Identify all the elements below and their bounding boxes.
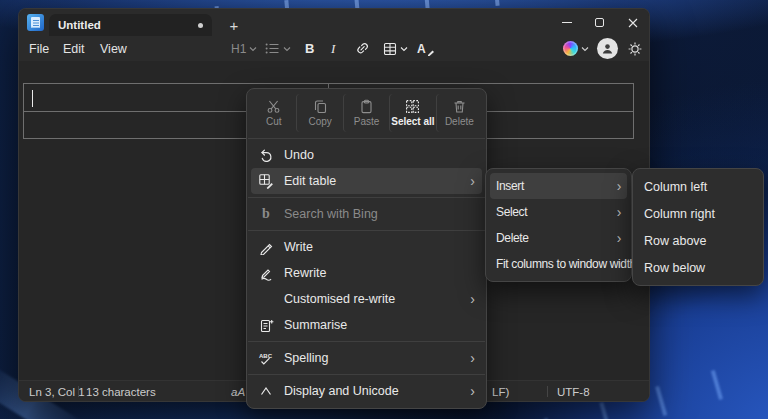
unsaved-changes-dot — [198, 23, 203, 28]
menu-separator — [248, 230, 485, 231]
submenu-item-row-above[interactable]: Row above — [637, 227, 759, 254]
text-cursor — [32, 90, 33, 107]
submenu-item-column-right[interactable]: Column right — [637, 200, 759, 227]
submenu-item-column-left[interactable]: Column left — [637, 173, 759, 200]
caret-icon — [259, 385, 273, 397]
cursor-position: Ln 3, Col 1 — [29, 384, 85, 399]
undo-icon — [259, 148, 274, 163]
line-ending-fragment: LF) — [492, 384, 509, 399]
pen-icon — [259, 240, 274, 255]
menu-file[interactable]: File — [23, 36, 55, 61]
rewrite-icon — [259, 266, 274, 281]
account-icon — [597, 38, 618, 59]
submenu-item-label: Column left — [644, 180, 707, 194]
submenu-item-label: Column right — [644, 207, 715, 221]
heading-style-button[interactable]: H1 — [231, 38, 257, 59]
menu-item-summarise[interactable]: Summarise — [251, 312, 482, 338]
copy-button[interactable]: Copy — [296, 94, 342, 132]
bing-icon: b — [258, 206, 274, 222]
menu-item-customised-rewrite[interactable]: Customised re-write › — [251, 286, 482, 312]
gear-icon — [627, 41, 643, 57]
delete-button[interactable]: Delete — [436, 94, 482, 132]
submenu-item-select[interactable]: Select › — [490, 199, 627, 225]
list-icon — [265, 42, 280, 55]
spelling-icon: ABC — [258, 351, 274, 366]
select-all-label: Select all — [391, 116, 434, 127]
chevron-down-icon — [400, 46, 408, 52]
menu-item-spelling[interactable]: ABC Spelling › — [251, 345, 482, 371]
maximize-button[interactable] — [583, 9, 616, 36]
submenu-item-fit-columns[interactable]: Fit columns to window width — [490, 251, 627, 277]
menu-view[interactable]: View — [94, 36, 133, 61]
menu-item-label: Display and Unicode — [284, 384, 399, 398]
submenu-chevron-icon: › — [462, 292, 475, 306]
menu-separator — [248, 341, 485, 342]
chevron-down-icon — [283, 46, 291, 52]
italic-button[interactable]: I — [331, 38, 335, 59]
menu-item-display-and-unicode[interactable]: Display and Unicode › — [251, 378, 482, 404]
bold-button[interactable]: B — [305, 38, 314, 59]
menu-item-rewrite[interactable]: Rewrite — [251, 260, 482, 286]
notepad-app-icon — [27, 14, 44, 31]
menu-item-label: Undo — [284, 148, 314, 162]
menu-toolbar-row: File Edit View H1 B I A — [19, 36, 649, 61]
link-button[interactable] — [354, 38, 371, 59]
copilot-button[interactable] — [563, 38, 589, 59]
new-tab-button[interactable]: + — [222, 14, 246, 36]
bold-label: B — [305, 41, 314, 56]
minimize-button[interactable] — [550, 9, 583, 36]
menu-item-label: Spelling — [284, 351, 328, 365]
menu-item-undo[interactable]: Undo — [251, 142, 482, 168]
select-all-icon — [405, 99, 420, 114]
letter-a-pencil-button[interactable]: A — [417, 38, 435, 59]
chevron-down-icon — [249, 46, 257, 52]
account-button[interactable] — [597, 38, 618, 59]
submenu-item-label: Row above — [644, 234, 707, 248]
menu-item-search-with-bing[interactable]: b Search with Bing — [251, 201, 482, 227]
heading-label: H1 — [231, 42, 246, 56]
submenu-chevron-icon: › — [609, 205, 621, 219]
cut-button[interactable]: Cut — [251, 94, 296, 132]
submenu-chevron-icon: › — [462, 174, 475, 188]
paste-icon — [359, 99, 374, 114]
menu-item-label: Rewrite — [284, 266, 326, 280]
letter-a-label: A — [417, 42, 426, 56]
submenu-chevron-icon: › — [462, 351, 475, 365]
table-icon — [383, 42, 397, 56]
submenu-chevron-icon: › — [462, 384, 475, 398]
menu-item-label: Edit table — [284, 174, 336, 188]
tab-untitled[interactable]: Untitled — [49, 14, 212, 36]
edit-table-submenu: Insert › Select › Delete › Fit columns t… — [485, 168, 632, 282]
titlebar: Untitled + — [19, 9, 649, 36]
menu-separator — [248, 374, 485, 375]
cut-label: Cut — [266, 116, 282, 127]
encoding[interactable]: UTF-8 — [557, 384, 590, 399]
submenu-item-insert[interactable]: Insert › — [490, 173, 627, 199]
scissors-icon — [266, 99, 281, 114]
delete-label: Delete — [445, 116, 474, 127]
close-button[interactable] — [616, 9, 649, 36]
paste-button[interactable]: Paste — [343, 94, 389, 132]
close-icon — [628, 18, 638, 28]
settings-button[interactable] — [627, 38, 643, 59]
select-all-button[interactable]: Select all — [389, 94, 435, 132]
svg-text:ABC: ABC — [259, 352, 273, 358]
list-style-button[interactable] — [265, 38, 291, 59]
context-menu: Cut Copy Paste Select all Delete Undo Ed… — [246, 88, 487, 409]
font-size-glyph: aA — [231, 384, 245, 399]
submenu-item-delete[interactable]: Delete › — [490, 225, 627, 251]
submenu-item-label: Row below — [644, 261, 705, 275]
tab-title: Untitled — [58, 19, 101, 31]
insert-submenu: Column left Column right Row above Row b… — [632, 168, 764, 286]
menu-item-edit-table[interactable]: Edit table › — [251, 168, 482, 194]
menu-edit[interactable]: Edit — [57, 36, 91, 61]
minimize-icon — [562, 22, 572, 23]
paste-label: Paste — [354, 116, 380, 127]
context-menu-icon-row: Cut Copy Paste Select all Delete — [247, 93, 486, 135]
small-pencil-icon — [427, 48, 435, 56]
italic-label: I — [331, 41, 335, 57]
submenu-chevron-icon: › — [609, 179, 621, 193]
table-button[interactable] — [383, 38, 408, 59]
menu-item-write[interactable]: Write — [251, 234, 482, 260]
submenu-item-row-below[interactable]: Row below — [637, 254, 759, 281]
